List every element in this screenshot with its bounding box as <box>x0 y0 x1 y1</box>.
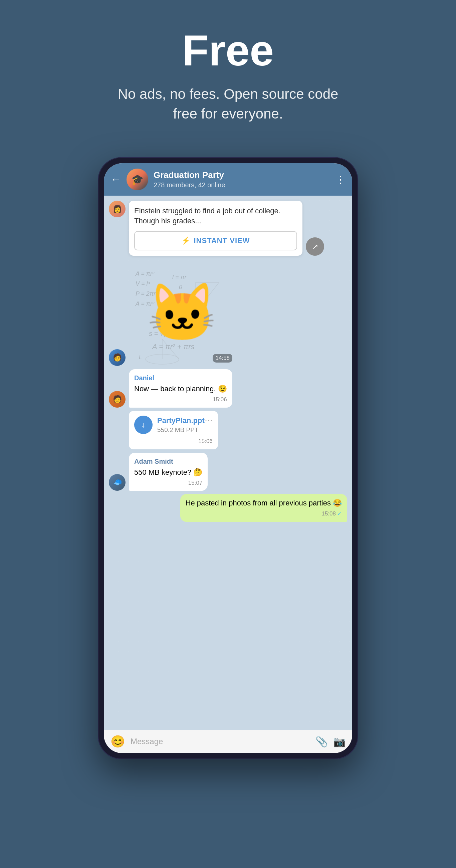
svg-text:l = πr: l = πr <box>172 274 187 280</box>
daniel-time: 15:06 <box>134 396 227 404</box>
file-time: 15:06 <box>134 438 213 445</box>
sticker-content: A = πr² V = l³ P = 2πr A = πr² l = πr θ … <box>129 259 236 366</box>
read-checkmark: ✓ <box>337 510 342 518</box>
hero-subtitle: No ads, no fees. Open source code free f… <box>111 85 345 124</box>
back-button[interactable]: ← <box>111 173 121 186</box>
file-menu-dots[interactable]: ⋯ <box>205 416 213 425</box>
link-preview-content: Einstein struggled to find a job out of … <box>129 200 302 256</box>
link-preview-text: Einstein struggled to find a job out of … <box>134 206 297 227</box>
download-icon: ↓ <box>142 420 146 429</box>
file-size: 550.2 MB PPT <box>157 426 213 434</box>
message-input[interactable]: Message <box>130 737 310 746</box>
download-button[interactable]: ↓ <box>134 416 153 434</box>
sticker-time: 14:58 <box>213 354 232 363</box>
sticker-message: 🧑 A = πr² V = l³ P = 2πr A = πr² l = πr … <box>109 259 347 366</box>
outgoing-bubble: He pasted in photos from all previous pa… <box>180 494 347 522</box>
adam-time: 15:07 <box>134 479 202 487</box>
daniel-bubble: Daniel Now — back to planning. 😉 15:06 <box>129 369 232 408</box>
camera-button[interactable]: 📷 <box>333 736 345 747</box>
chat-header: ← 🎓 Graduation Party 278 members, 42 onl… <box>104 163 352 196</box>
share-icon: ↗ <box>312 242 318 251</box>
outgoing-text: He pasted in photos from all previous pa… <box>186 498 342 508</box>
file-bubble: ↓ PartyPlan.ppt ⋯ 550.2 MB PPT 15:06 <box>129 411 218 450</box>
file-info: PartyPlan.ppt ⋯ 550.2 MB PPT <box>157 416 213 434</box>
outgoing-time: 15:08 ✓ <box>186 510 342 518</box>
sender-avatar-guy: 🧑 <box>109 391 125 408</box>
sender-avatar-boy: 🧑 <box>109 349 125 366</box>
attachment-button[interactable]: 📎 <box>315 736 328 747</box>
adam-message-row: 🧢 Adam Smidt 550 MB keynote? 🤔 15:07 <box>109 453 347 491</box>
file-message-row: ↓ PartyPlan.ppt ⋯ 550.2 MB PPT 15:06 <box>109 411 347 450</box>
hero-section: Free No ads, no fees. Open source code f… <box>0 0 456 144</box>
link-preview-row: 👩 Einstein struggled to find a job out o… <box>109 200 347 256</box>
daniel-message-row: 🧑 Daniel Now — back to planning. 😉 15:06 <box>109 369 347 408</box>
svg-text:A = πr²: A = πr² <box>135 271 155 277</box>
menu-button[interactable]: ⋮ <box>335 174 345 185</box>
adam-text: 550 MB keynote? 🤔 <box>134 467 202 478</box>
group-members: 278 members, 42 online <box>154 181 330 189</box>
instant-view-label: INSTANT VIEW <box>193 236 250 245</box>
file-row: ↓ PartyPlan.ppt ⋯ 550.2 MB PPT <box>134 416 213 434</box>
sender-avatar-adam: 🧢 <box>109 474 125 491</box>
phone-mockup: ← 🎓 Graduation Party 278 members, 42 onl… <box>98 157 358 759</box>
sender-avatar-girl: 👩 <box>109 200 125 217</box>
chat-area: 👩 Einstein struggled to find a job out o… <box>104 196 352 730</box>
emoji-button[interactable]: 😊 <box>111 735 125 748</box>
file-name-row: PartyPlan.ppt ⋯ <box>157 416 213 425</box>
file-name: PartyPlan.ppt <box>157 416 205 425</box>
phone-outer: ← 🎓 Graduation Party 278 members, 42 onl… <box>98 157 358 759</box>
outgoing-message-row: He pasted in photos from all previous pa… <box>109 494 347 522</box>
svg-text:L: L <box>139 354 142 360</box>
link-preview-card: Einstein struggled to find a job out of … <box>129 200 302 256</box>
daniel-sender-name: Daniel <box>134 373 227 382</box>
lightning-icon: ⚡ <box>181 236 190 245</box>
message-input-bar: 😊 Message 📎 📷 <box>104 730 352 753</box>
group-info: Graduation Party 278 members, 42 online <box>154 170 330 189</box>
instant-view-button[interactable]: ⚡ INSTANT VIEW <box>134 231 297 250</box>
adam-bubble: Adam Smidt 550 MB keynote? 🤔 15:07 <box>129 453 208 491</box>
daniel-text: Now — back to planning. 😉 <box>134 384 227 394</box>
group-avatar: 🎓 <box>126 168 148 190</box>
phone-inner: ← 🎓 Graduation Party 278 members, 42 onl… <box>104 163 352 753</box>
adam-sender-name: Adam Smidt <box>134 457 202 466</box>
cat-sticker: 🐱 <box>147 284 218 341</box>
share-button[interactable]: ↗ <box>306 237 324 256</box>
hero-title: Free <box>13 27 443 74</box>
group-avatar-emoji: 🎓 <box>131 174 144 185</box>
group-name: Graduation Party <box>154 170 330 180</box>
